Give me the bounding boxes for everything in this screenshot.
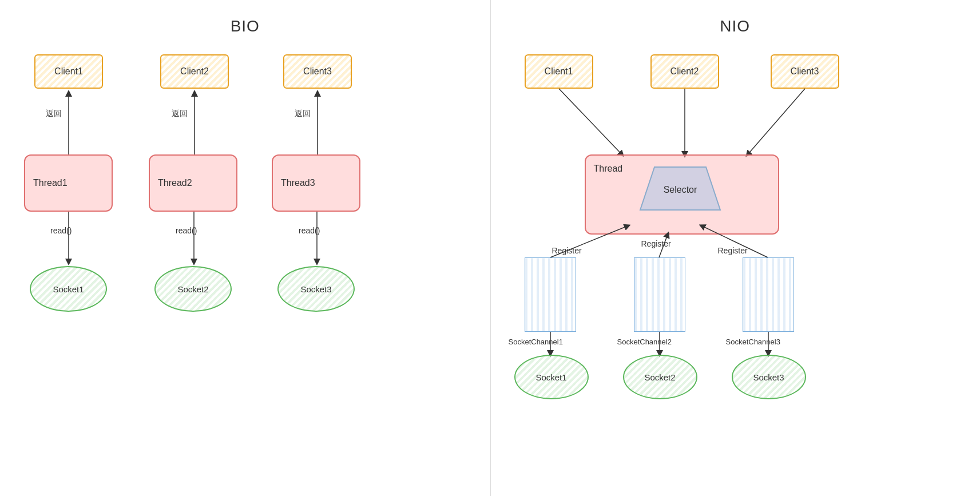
diagram-container: BIO Client1 Client2 Client3 返回 返回 返回 [0, 0, 980, 496]
svg-line-6 [559, 89, 622, 154]
bio-section: BIO Client1 Client2 Client3 返回 返回 返回 [0, 0, 490, 496]
nio-socket1: Socket1 [514, 355, 589, 399]
bio-thread2: Thread2 [149, 154, 237, 212]
bio-client3: Client3 [283, 54, 352, 89]
nio-channel-label1: SocketChannel1 [509, 338, 563, 346]
nio-socket2: Socket2 [623, 355, 697, 399]
bio-socket1: Socket1 [30, 266, 107, 312]
bio-return-label3: 返回 [295, 109, 311, 119]
bio-return-label2: 返回 [172, 109, 188, 119]
nio-title: NIO [490, 17, 981, 35]
bio-read-label3: read() [299, 226, 320, 235]
bio-socket3: Socket3 [277, 266, 355, 312]
bio-read-label1: read() [50, 226, 72, 235]
nio-section: NIO Client1 Client2 Client3 [490, 0, 981, 496]
bio-client1: Client1 [34, 54, 103, 89]
bio-read-label2: read() [176, 226, 197, 235]
nio-channel-label2: SocketChannel2 [617, 338, 672, 346]
bio-arrow-return1 [68, 89, 70, 154]
nio-channel1 [525, 257, 576, 332]
bio-arrow-return2 [193, 89, 196, 154]
bio-return-label1: 返回 [46, 109, 62, 119]
nio-register-label3: Register [718, 246, 748, 255]
bio-arrow-return3 [316, 89, 319, 154]
bio-client2: Client2 [160, 54, 229, 89]
nio-channel2 [634, 257, 685, 332]
nio-channel3 [743, 257, 794, 332]
nio-register-label2: Register [641, 239, 671, 248]
nio-register-label1: Register [552, 246, 582, 255]
nio-client3: Client3 [771, 54, 839, 89]
bio-arrow-read1 [68, 212, 70, 266]
nio-client2: Client2 [650, 54, 719, 89]
selector-svg: Selector [637, 164, 723, 216]
nio-socket3: Socket3 [732, 355, 806, 399]
nio-channel-label3: SocketChannel3 [726, 338, 780, 346]
nio-client1: Client1 [525, 54, 593, 89]
bio-arrow-read3 [316, 212, 318, 266]
bio-title: BIO [0, 17, 490, 35]
bio-thread3: Thread3 [272, 154, 360, 212]
bio-socket2: Socket2 [154, 266, 232, 312]
svg-text:Selector: Selector [663, 185, 697, 195]
bio-arrow-read2 [193, 212, 195, 266]
svg-line-8 [748, 89, 805, 154]
bio-thread1: Thread1 [24, 154, 113, 212]
nio-thread: Thread Selector [585, 154, 779, 235]
